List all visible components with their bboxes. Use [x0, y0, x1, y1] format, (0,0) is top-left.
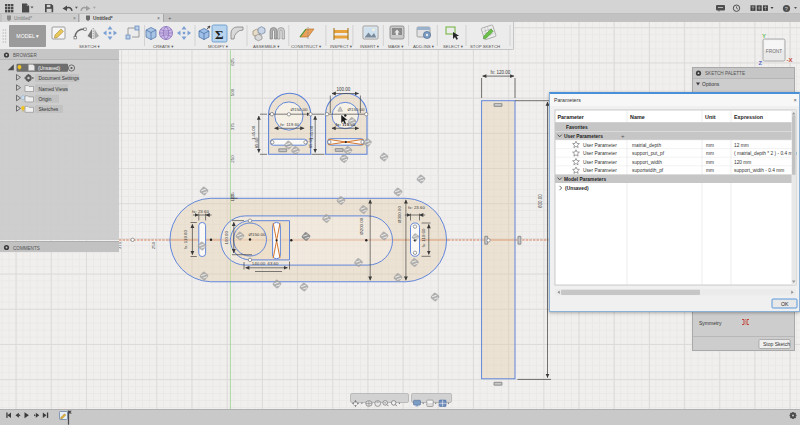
- svg-text:support_put_pf: support_put_pf: [632, 151, 665, 156]
- svg-text:fx: 119.60: fx: 119.60: [421, 228, 426, 248]
- svg-text:( matrial_depth * 2 ) - 0.4 mm: ( matrial_depth * 2 ) - 0.4 mm: [734, 151, 796, 156]
- svg-text:Ø150.00: Ø150.00: [348, 107, 365, 112]
- svg-text:matrial_depth: matrial_depth: [632, 142, 661, 147]
- svg-text:User Parameters: User Parameters: [564, 134, 603, 139]
- svg-text:625: 625: [230, 58, 235, 66]
- svg-text:Ø200.00: Ø200.00: [359, 217, 364, 234]
- svg-text:Sketches: Sketches: [39, 107, 59, 112]
- svg-text:Parameter: Parameter: [558, 114, 585, 120]
- svg-text:Ø150.00: Ø150.00: [249, 232, 266, 237]
- svg-text:mm: mm: [706, 151, 714, 156]
- svg-text:Name: Name: [630, 114, 645, 120]
- svg-text:mm: mm: [706, 168, 714, 173]
- svg-text:fx: 120.00: fx: 120.00: [491, 70, 511, 75]
- svg-text:12 mm: 12 mm: [734, 142, 749, 147]
- svg-text:?: ?: [785, 6, 788, 12]
- svg-text:fx: 119.60: fx: 119.60: [183, 229, 188, 249]
- svg-text:×: ×: [794, 97, 797, 103]
- svg-text:Parameters: Parameters: [554, 97, 581, 103]
- svg-text:×: ×: [73, 15, 76, 21]
- svg-text:FRONT: FRONT: [766, 49, 783, 54]
- svg-text:Options: Options: [702, 81, 720, 87]
- svg-text:100.00: 100.00: [337, 87, 351, 92]
- svg-text:85.60: 85.60: [254, 137, 259, 148]
- svg-text:(Unsaved): (Unsaved): [38, 66, 61, 71]
- svg-text:User Parameter: User Parameter: [583, 142, 617, 147]
- svg-text:support_width: support_width: [632, 159, 662, 164]
- svg-text:support_width - 0.4 mm: support_width - 0.4 mm: [734, 168, 784, 173]
- svg-text:Σ: Σ: [215, 27, 224, 42]
- svg-text:63.60: 63.60: [268, 261, 280, 266]
- svg-text:Z: Z: [759, 60, 763, 66]
- svg-text:500: 500: [230, 88, 235, 96]
- svg-text:120 mm: 120 mm: [734, 159, 751, 164]
- svg-text:Origin: Origin: [39, 97, 52, 102]
- svg-text:fx: 119.60: fx: 119.60: [280, 122, 300, 127]
- svg-text:User Parameter: User Parameter: [583, 151, 617, 156]
- svg-text:User Parameter: User Parameter: [583, 159, 617, 164]
- svg-text:(Unsaved): (Unsaved): [565, 185, 589, 190]
- svg-text:375: 375: [230, 122, 235, 130]
- svg-text:mm: mm: [706, 142, 714, 147]
- svg-text:Named Views: Named Views: [39, 87, 69, 92]
- svg-text:+: +: [621, 133, 625, 139]
- svg-text:BROWSER: BROWSER: [13, 53, 37, 58]
- svg-text:User Parameter: User Parameter: [583, 168, 617, 173]
- svg-text:COMMENTS: COMMENTS: [13, 246, 40, 251]
- svg-text:SKETCH PALETTE: SKETCH PALETTE: [705, 71, 745, 76]
- svg-text:fx: 23.60: fx: 23.60: [192, 209, 209, 214]
- svg-text:Y: Y: [762, 33, 766, 39]
- svg-text:suportwidth_pf: suportwidth_pf: [632, 168, 664, 173]
- svg-text:Favorites: Favorites: [566, 125, 588, 130]
- svg-text:Ø300.00: Ø300.00: [397, 206, 402, 223]
- svg-text:Unit: Unit: [705, 114, 716, 120]
- svg-text:×: ×: [157, 15, 160, 21]
- svg-text:fx: 23.60: fx: 23.60: [408, 205, 425, 210]
- svg-text:Symmetry: Symmetry: [699, 320, 722, 326]
- svg-text:Expression: Expression: [734, 114, 763, 120]
- svg-text:250: 250: [151, 241, 156, 249]
- svg-text:Model Parameters: Model Parameters: [564, 177, 606, 182]
- svg-text:Stop Sketch: Stop Sketch: [763, 341, 790, 347]
- svg-text:250: 250: [230, 155, 235, 163]
- svg-text:-X: -X: [787, 57, 793, 63]
- svg-text:600.00: 600.00: [538, 194, 543, 208]
- svg-text:125: 125: [230, 192, 235, 200]
- svg-text:85.60: 85.60: [308, 137, 313, 148]
- svg-text:OK: OK: [781, 300, 789, 306]
- svg-text:140.00: 140.00: [252, 261, 266, 266]
- svg-text:Document Settings: Document Settings: [39, 76, 80, 81]
- svg-text:Ø150.00: Ø150.00: [291, 107, 308, 112]
- svg-text:Untitled*: Untitled*: [14, 16, 32, 21]
- svg-text:Untitled*: Untitled*: [93, 16, 113, 21]
- svg-text:mm: mm: [706, 159, 714, 164]
- svg-text:100.00: 100.00: [224, 230, 229, 244]
